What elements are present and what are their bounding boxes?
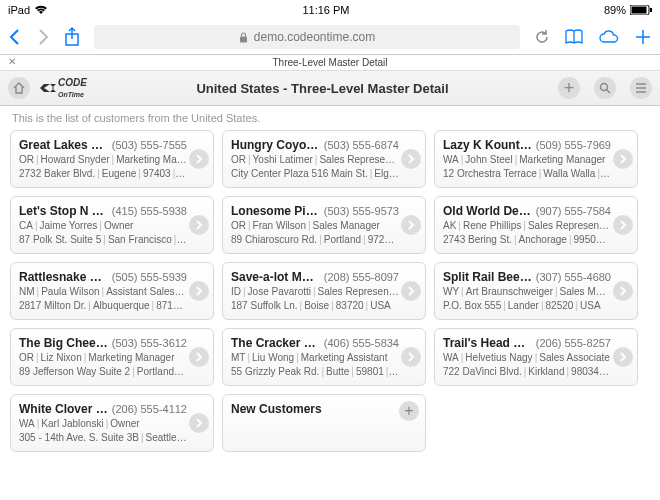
customer-phone: (503) 555-7555 [112, 138, 187, 153]
customer-card[interactable]: Rattlesnake Canyon…(505) 555-5939NM|Paul… [10, 262, 214, 320]
new-customer-card[interactable]: New Customers+ [222, 394, 426, 452]
customer-name: The Cracker Box [231, 335, 320, 351]
customer-card[interactable]: Lonesome Pine Res…(503) 555-9573OR|Fran … [222, 196, 426, 254]
customer-card[interactable]: Let's Stop N Shop(415) 555-5938CA|Jaime … [10, 196, 214, 254]
customer-address-line: 12 Orchestra Terrace|Walla Walla|99… [443, 167, 611, 181]
customer-card[interactable]: The Cracker Box(406) 555-5834MT|Liu Wong… [222, 328, 426, 386]
add-icon[interactable]: + [558, 77, 580, 99]
customer-name: Split Rail Beer & Ale [443, 269, 532, 285]
customer-grid: Great Lakes Food M…(503) 555-7555OR|Howa… [0, 130, 660, 462]
customer-contact-line: OR|Howard Snyder|Marketing Mana… [19, 153, 187, 167]
home-icon[interactable] [8, 77, 30, 99]
customer-address-line: 722 DaVinci Blvd.|Kirkland|98034|… [443, 365, 611, 379]
lock-icon [239, 32, 248, 43]
cloud-icon[interactable] [598, 30, 620, 44]
chevron-right-icon[interactable] [613, 281, 633, 301]
customer-card[interactable]: Split Rail Beer & Ale(307) 555-4680WY|Ar… [434, 262, 638, 320]
customer-address-line: 89 Chiaroscuro Rd.|Portland|97219|… [231, 233, 399, 247]
svg-line-11 [607, 90, 610, 93]
customer-address-line: 89 Jefferson Way Suite 2|Portland|9… [19, 365, 187, 379]
brand-logo: CODEOnTime [40, 77, 87, 99]
status-bar: iPad 11:16 PM 89% [0, 0, 660, 20]
customer-name: Hungry Coyote Imp… [231, 137, 320, 153]
customer-contact-line: NM|Paula Wilson|Assistant Sales Re… [19, 285, 187, 299]
customer-card[interactable]: Trail's Head Gourm…(206) 555-8257WA|Helv… [434, 328, 638, 386]
forward-icon [36, 28, 50, 46]
share-icon[interactable] [64, 27, 80, 47]
customer-address-line: 87 Polk St. Suite 5|San Francisco|94… [19, 233, 187, 247]
customer-card[interactable]: Hungry Coyote Imp…(503) 555-6874OR|Yoshi… [222, 130, 426, 188]
chevron-right-icon[interactable] [401, 215, 421, 235]
customer-name: Trail's Head Gourm… [443, 335, 532, 351]
customer-card[interactable]: Save-a-lot Markets(208) 555-8097ID|Jose … [222, 262, 426, 320]
customer-name: Old World Delicates… [443, 203, 532, 219]
clock: 11:16 PM [302, 4, 349, 16]
chevron-right-icon[interactable] [613, 149, 633, 169]
browser-tab[interactable]: ✕ Three-Level Master Detail [0, 55, 660, 70]
customer-phone: (406) 555-5834 [324, 336, 399, 351]
customer-name: The Big Cheese [19, 335, 108, 351]
customer-address-line: City Center Plaza 516 Main St.|Elgin|… [231, 167, 399, 181]
customer-address-line: 2743 Bering St.|Anchorage|99508|… [443, 233, 611, 247]
customer-contact-line: AK|Rene Phillips|Sales Representati… [443, 219, 611, 233]
customer-contact-line: ID|Jose Pavarotti|Sales Representati… [231, 285, 399, 299]
svg-marker-9 [50, 84, 56, 92]
new-customer-label: New Customers [231, 401, 322, 417]
customer-contact-line: CA|Jaime Yorres|Owner [19, 219, 187, 233]
page-title: United States - Three-Level Master Detai… [97, 81, 548, 96]
customer-phone: (206) 555-4112 [112, 402, 187, 417]
svg-rect-2 [650, 8, 652, 12]
customer-address-line: 2732 Baker Blvd.|Eugene|97403|U… [19, 167, 187, 181]
customer-phone: (509) 555-7969 [536, 138, 611, 153]
plus-icon[interactable]: + [399, 401, 419, 421]
customer-phone: (206) 555-8257 [536, 336, 611, 351]
customer-contact-line: WA|Helvetius Nagy|Sales Associate [443, 351, 611, 365]
customer-address-line: 187 Suffolk Ln.|Boise|83720|USA [231, 299, 399, 313]
tab-label: Three-Level Master Detail [272, 57, 387, 68]
svg-rect-1 [632, 7, 647, 14]
customer-phone: (505) 555-5939 [112, 270, 187, 285]
customer-contact-line: OR|Fran Wilson|Sales Manager [231, 219, 399, 233]
chevron-right-icon[interactable] [401, 149, 421, 169]
book-icon[interactable] [564, 29, 584, 45]
chevron-right-icon[interactable] [401, 281, 421, 301]
reload-icon[interactable] [534, 29, 550, 45]
chevron-right-icon[interactable] [189, 215, 209, 235]
customer-card[interactable]: Lazy K Kountry Store(509) 555-7969WA|Joh… [434, 130, 638, 188]
customer-contact-line: WA|John Steel|Marketing Manager [443, 153, 611, 167]
menu-icon[interactable] [630, 77, 652, 99]
customer-phone: (503) 555-3612 [112, 336, 187, 351]
customer-contact-line: WA|Karl Jablonski|Owner [19, 417, 187, 431]
chevron-right-icon[interactable] [189, 281, 209, 301]
search-icon[interactable] [594, 77, 616, 99]
customer-card[interactable]: Old World Delicates…(907) 555-7584AK|Ren… [434, 196, 638, 254]
customer-card[interactable]: The Big Cheese(503) 555-3612OR|Liz Nixon… [10, 328, 214, 386]
browser-toolbar: demo.codeontime.com [0, 20, 660, 55]
new-tab-icon[interactable] [634, 28, 652, 46]
svg-rect-5 [240, 36, 247, 42]
chevron-right-icon[interactable] [401, 347, 421, 367]
customer-phone: (208) 555-8097 [324, 270, 399, 285]
chevron-right-icon[interactable] [189, 149, 209, 169]
customer-card[interactable]: Great Lakes Food M…(503) 555-7555OR|Howa… [10, 130, 214, 188]
chevron-right-icon[interactable] [613, 215, 633, 235]
customer-contact-line: WY|Art Braunschweiger|Sales Mana… [443, 285, 611, 299]
customer-name: Lazy K Kountry Store [443, 137, 532, 153]
address-bar[interactable]: demo.codeontime.com [94, 25, 520, 49]
chevron-right-icon[interactable] [189, 413, 209, 433]
chevron-right-icon[interactable] [189, 347, 209, 367]
customer-name: White Clover Markets [19, 401, 108, 417]
device-label: iPad [8, 4, 30, 16]
back-icon[interactable] [8, 28, 22, 46]
close-tab-icon[interactable]: ✕ [8, 56, 16, 67]
customer-address-line: 305 - 14th Ave. S. Suite 3B|Seattle|9… [19, 431, 187, 445]
customer-phone: (503) 555-6874 [324, 138, 399, 153]
chevron-right-icon[interactable] [613, 347, 633, 367]
customer-card[interactable]: White Clover Markets(206) 555-4112WA|Kar… [10, 394, 214, 452]
customer-contact-line: MT|Liu Wong|Marketing Assistant [231, 351, 399, 365]
customer-address-line: 55 Grizzly Peak Rd.|Butte|59801|… [231, 365, 399, 379]
customer-name: Great Lakes Food M… [19, 137, 108, 153]
app-header: CODEOnTime United States - Three-Level M… [0, 70, 660, 106]
hint-text: This is the list of customers from the U… [0, 106, 660, 130]
customer-name: Save-a-lot Markets [231, 269, 320, 285]
